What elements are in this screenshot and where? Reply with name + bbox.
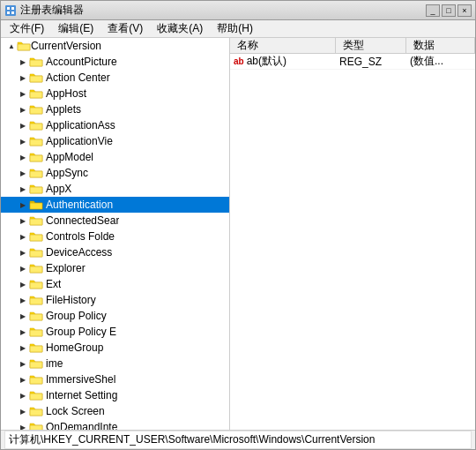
tree-item-ext[interactable]: ▶Ext xyxy=(1,276,229,292)
right-cell-name-0: abab(默认) xyxy=(234,54,339,69)
right-cell-type-0: REG_SZ xyxy=(339,56,410,68)
tree-item-ime[interactable]: ▶ime xyxy=(1,356,229,371)
expand-arrow-ime: ▶ xyxy=(20,360,29,368)
tree-label-explorer: Explorer xyxy=(46,262,86,274)
tree-label-authentication: Authentication xyxy=(46,199,113,211)
tree-label-internetsettings: Internet Setting xyxy=(46,389,117,401)
folder-icon-ondemandinter xyxy=(29,421,43,430)
tree-label-filehistory: FileHistory xyxy=(46,294,96,306)
svg-rect-28 xyxy=(30,409,42,416)
folder-icon-applicationass xyxy=(29,119,43,131)
expand-arrow-immersiveshell: ▶ xyxy=(20,376,29,384)
folder-icon-appx xyxy=(29,183,43,195)
expand-arrow-appx: ▶ xyxy=(20,185,29,193)
folder-icon-explorer xyxy=(29,262,43,274)
expand-arrow-appsync: ▶ xyxy=(20,169,29,177)
svg-rect-10 xyxy=(30,124,42,130)
svg-rect-25 xyxy=(30,362,42,368)
tree-item-actioncenter[interactable]: ▶Action Center xyxy=(1,70,229,86)
right-rows-container: abab(默认)REG_SZ(数值... xyxy=(230,54,475,70)
svg-rect-12 xyxy=(30,155,42,161)
svg-rect-26 xyxy=(30,378,42,384)
svg-rect-19 xyxy=(30,266,42,273)
tree-item-appmodel[interactable]: ▶AppModel xyxy=(1,149,229,165)
close-button[interactable]: × xyxy=(457,4,472,17)
tree-item-grouppolicye[interactable]: ▶Group Policy E xyxy=(1,324,229,340)
tree-item-filehistory[interactable]: ▶FileHistory xyxy=(1,292,229,308)
expand-arrow-accountpicture: ▶ xyxy=(20,58,29,66)
tree-item-lockscreen[interactable]: ▶Lock Screen xyxy=(1,403,229,419)
expand-arrow-actioncenter: ▶ xyxy=(20,74,29,82)
tree-label-appx: AppX xyxy=(46,183,71,195)
expand-arrow-internetsettings: ▶ xyxy=(20,392,29,400)
tree-item-applicationview[interactable]: ▶ApplicationVie xyxy=(1,133,229,149)
folder-icon-currentversion xyxy=(17,40,31,52)
expand-arrow-homegroup: ▶ xyxy=(20,344,29,352)
tree-panel[interactable]: ▲ CurrentVersion ▶AccountPicture▶Action … xyxy=(1,38,230,430)
maximize-button[interactable]: □ xyxy=(442,4,456,17)
svg-rect-11 xyxy=(30,139,42,146)
expand-arrow-authentication: ▶ xyxy=(20,201,29,209)
tree-item-authentication[interactable]: ▶Authentication xyxy=(1,197,229,213)
tree-label-currentversion: CurrentVersion xyxy=(31,40,101,52)
expand-arrow-explorer: ▶ xyxy=(20,265,29,273)
tree-item-appx[interactable]: ▶AppX xyxy=(1,181,229,197)
menu-view[interactable]: 查看(V) xyxy=(100,19,150,38)
registry-editor-window: 注册表编辑器 _ □ × 文件(F) 编辑(E) 查看(V) 收藏夹(A) 帮助… xyxy=(0,0,476,450)
svg-rect-23 xyxy=(30,330,42,336)
status-bar: 计算机\HKEY_CURRENT_USER\Software\Microsoft… xyxy=(1,430,475,449)
svg-rect-21 xyxy=(30,298,42,304)
col-header-name: 名称 xyxy=(230,38,336,53)
svg-rect-17 xyxy=(30,235,42,241)
expand-arrow-connectedsearch: ▶ xyxy=(20,217,29,225)
expand-arrow-ondemandinter: ▶ xyxy=(20,424,29,431)
folder-icon-connectedsearch xyxy=(29,214,43,227)
app-icon xyxy=(4,4,17,17)
expand-arrow-deviceaccess: ▶ xyxy=(20,249,29,257)
folder-icon-actioncenter xyxy=(29,71,43,84)
folder-icon-authentication xyxy=(29,199,43,211)
svg-rect-15 xyxy=(30,203,42,209)
tree-item-controlsfolder[interactable]: ▶Controls Folde xyxy=(1,229,229,244)
minimize-button[interactable]: _ xyxy=(426,4,440,17)
svg-rect-0 xyxy=(5,5,16,16)
menu-edit[interactable]: 编辑(E) xyxy=(51,19,100,38)
tree-item-internetsettings[interactable]: ▶Internet Setting xyxy=(1,387,229,403)
tree-item-explorer[interactable]: ▶Explorer xyxy=(1,260,229,276)
expand-arrow-currentversion: ▲ xyxy=(8,42,17,50)
tree-item-connectedsearch[interactable]: ▶ConnectedSear xyxy=(1,213,229,229)
tree-item-deviceaccess[interactable]: ▶DeviceAccess xyxy=(1,244,229,260)
menu-bar: 文件(F) 编辑(E) 查看(V) 收藏夹(A) 帮助(H) xyxy=(1,20,475,38)
menu-file[interactable]: 文件(F) xyxy=(3,19,51,38)
svg-rect-27 xyxy=(30,394,42,400)
tree-label-appmodel: AppModel xyxy=(46,151,93,163)
folder-icon-accountpicture xyxy=(29,56,43,68)
tree-label-applicationview: ApplicationVie xyxy=(46,135,113,147)
tree-item-ondemandinter[interactable]: ▶OnDemandInte xyxy=(1,419,229,430)
tree-item-applicationass[interactable]: ▶ApplicationAss xyxy=(1,117,229,133)
right-row-0[interactable]: abab(默认)REG_SZ(数值... xyxy=(230,54,475,70)
folder-icon-ime xyxy=(29,357,43,370)
tree-item-immersiveshell[interactable]: ▶ImmersiveShel xyxy=(1,371,229,387)
tree-item-grouppolicy[interactable]: ▶Group Policy xyxy=(1,308,229,324)
tree-item-homegroup[interactable]: ▶HomeGroup xyxy=(1,340,229,356)
svg-rect-2 xyxy=(11,7,14,10)
tree-item-appsync[interactable]: ▶AppSync xyxy=(1,165,229,181)
expand-arrow-appmodel: ▶ xyxy=(20,154,29,161)
tree-label-connectedsearch: ConnectedSear xyxy=(46,214,119,227)
tree-item-accountpicture[interactable]: ▶AccountPicture xyxy=(1,54,229,70)
tree-label-ondemandinter: OnDemandInte xyxy=(46,421,117,430)
folder-icon-applicationview xyxy=(29,135,43,147)
tree-label-applicationass: ApplicationAss xyxy=(46,119,115,131)
menu-help[interactable]: 帮助(H) xyxy=(210,19,260,38)
svg-rect-4 xyxy=(11,11,14,14)
menu-favorites[interactable]: 收藏夹(A) xyxy=(150,19,210,38)
folder-icon-filehistory xyxy=(29,294,43,306)
tree-label-applets: Applets xyxy=(46,103,81,116)
folder-icon-homegroup xyxy=(29,341,43,354)
svg-rect-18 xyxy=(30,251,42,257)
tree-item-applets[interactable]: ▶Applets xyxy=(1,101,229,117)
tree-item-apphost[interactable]: ▶AppHost xyxy=(1,86,229,101)
tree-label-ext: Ext xyxy=(46,278,61,290)
tree-item-currentversion[interactable]: ▲ CurrentVersion xyxy=(1,38,229,54)
